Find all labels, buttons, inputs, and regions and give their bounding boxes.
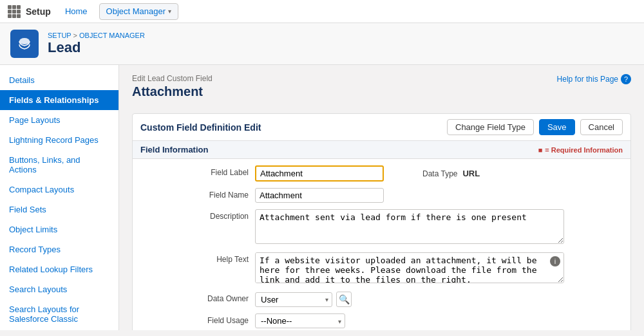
lookup-button[interactable]: 🔍 [336,292,352,307]
breadcrumb-object-manager[interactable]: OBJECT MANAGER [79,32,145,39]
help-link[interactable]: Help for this Page ? [557,74,631,84]
cancel-button[interactable]: Cancel [580,119,623,135]
form-body: Field Label Data Type URL Field Name [133,159,630,330]
home-nav[interactable]: Home [59,6,94,16]
page-title: Lead [48,39,145,56]
breadcrumb-setup[interactable]: SETUP [48,32,71,39]
sidebar-item-object-limits[interactable]: Object Limits [0,219,118,239]
sidebar-item-triggers[interactable]: Triggers [0,329,118,330]
sidebar-item-page-layouts[interactable]: Page Layouts [0,110,118,130]
description-label: Description [146,209,249,221]
card-toolbar-title: Custom Field Definition Edit [140,122,442,133]
edit-field-title: Attachment [132,84,213,99]
card-toolbar: Custom Field Definition Edit Change Fiel… [133,114,630,141]
info-icon: i [550,256,560,266]
custom-field-card: Custom Field Definition Edit Change Fiel… [132,113,631,330]
field-name-input[interactable] [255,188,384,203]
help-icon: ? [621,74,631,84]
field-label-input[interactable] [255,165,384,182]
breadcrumb: SETUP > OBJECT MANAGER [48,32,145,39]
content-area: Edit Lead Custom Field Attachment Help f… [119,65,644,330]
save-button[interactable]: Save [539,119,575,135]
field-info-section-header: Field Information ■ = Required Informati… [133,141,630,159]
svg-point-0 [19,38,30,44]
object-icon [10,30,39,58]
help-text-wrap: i [255,252,564,285]
field-usage-select[interactable]: --None-- [255,313,345,328]
field-usage-select-wrap: --None-- ▾ [255,313,345,328]
data-owner-wrap: User ▾ 🔍 [255,292,603,307]
required-note: ■ = Required Information [538,146,623,154]
sidebar-item-lightning-record-pages[interactable]: Lightning Record Pages [0,130,118,150]
help-text-input[interactable] [255,252,564,283]
data-type-row: Data Type URL [422,169,480,178]
description-row: Description [146,209,618,246]
main-layout: Details Fields & Relationships Page Layo… [0,65,644,330]
data-owner-label: Data Owner [146,292,249,303]
edit-field-label: Edit Lead Custom Field [132,74,213,83]
top-nav: Setup Home Object Manager ▾ [0,0,644,23]
change-field-type-button[interactable]: Change Field Type [447,119,534,135]
sidebar-item-field-sets[interactable]: Field Sets [0,200,118,219]
field-usage-label: Field Usage [146,313,249,325]
sidebar: Details Fields & Relationships Page Layo… [0,65,119,330]
help-text-label: Help Text [146,252,249,264]
data-owner-row: Data Owner User ▾ 🔍 [146,292,618,307]
object-manager-nav[interactable]: Object Manager ▾ [99,3,179,20]
sidebar-item-buttons-links[interactable]: Buttons, Links, and Actions [0,150,118,180]
chevron-down-icon: ▾ [168,8,171,15]
field-usage-row: Field Usage --None-- ▾ [146,313,618,328]
sidebar-item-search-layouts-classic[interactable]: Search Layouts for Salesforce Classic [0,299,118,329]
data-owner-select[interactable]: User [255,292,332,307]
sidebar-item-record-types[interactable]: Record Types [0,239,118,259]
field-name-label: Field Name [146,188,249,200]
setup-label: Setup [26,6,51,17]
field-label-label: Field Label [146,165,249,177]
data-owner-select-wrap: User ▾ [255,292,332,307]
app-launcher-icon[interactable] [8,5,21,18]
description-input[interactable] [255,209,564,244]
sidebar-item-compact-layouts[interactable]: Compact Layouts [0,180,118,200]
sidebar-item-search-layouts[interactable]: Search Layouts [0,279,118,299]
field-label-row: Field Label Data Type URL [146,165,618,182]
field-name-row: Field Name [146,188,618,203]
help-text-row: Help Text i [146,252,618,285]
sidebar-item-fields-relationships[interactable]: Fields & Relationships [0,90,118,110]
header-strip: SETUP > OBJECT MANAGER Lead [0,23,644,65]
sidebar-item-related-lookup-filters[interactable]: Related Lookup Filters [0,259,118,279]
sidebar-item-details[interactable]: Details [0,70,118,90]
